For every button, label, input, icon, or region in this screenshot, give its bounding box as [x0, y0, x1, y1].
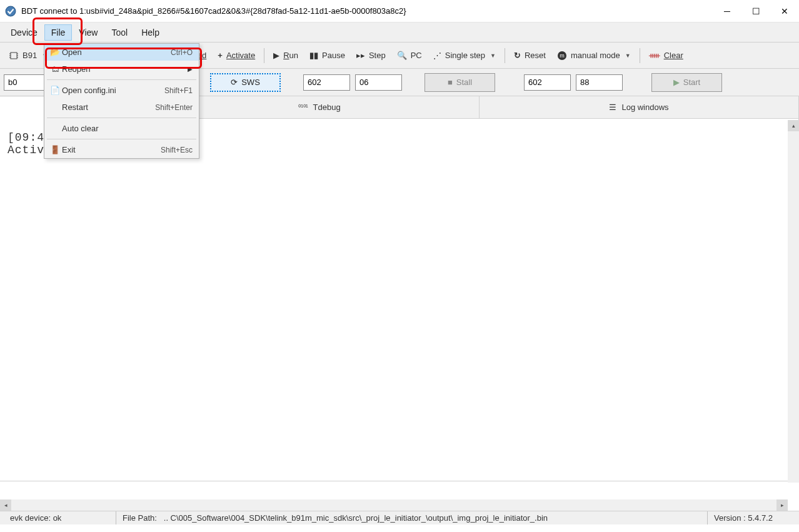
app-icon	[5, 6, 16, 17]
menu-tool[interactable]: Tool	[104, 24, 134, 41]
file-menu-reopen[interactable]: 🗂 Reopen ▶	[44, 61, 199, 78]
submenu-arrow-icon: ▶	[188, 66, 193, 73]
status-filepath: File Path: .. C\005_Software\004_SDK\tel…	[116, 511, 708, 524]
file-dropdown-menu: 📂 Open Ctrl+O 🗂 Reopen ▶ 📄 Open config.i…	[44, 43, 199, 159]
exit-icon: 🚪	[48, 145, 62, 154]
step-icon: ▸▸	[356, 51, 365, 60]
reopen-icon: 🗂	[48, 64, 62, 74]
addr-input-5[interactable]	[303, 74, 350, 91]
menubar: Device File View Tool Help	[0, 23, 799, 43]
single-step-button[interactable]: ⋰ Single step▼	[428, 48, 501, 63]
maximize-button[interactable]: ☐	[741, 0, 770, 23]
clear-icon: ᚔ	[649, 51, 660, 60]
window-title: BDT connect to 1:usb#vid_248a&pid_8266#5…	[21, 6, 794, 16]
menu-file[interactable]: File	[44, 24, 73, 41]
menu-help[interactable]: Help	[134, 24, 166, 41]
tab-log-windows[interactable]: ☰ Log windows	[480, 96, 799, 118]
mode-icon: m	[557, 51, 567, 61]
chip-label: B91	[23, 51, 37, 60]
step-button[interactable]: ▸▸ Step	[351, 48, 391, 63]
file-menu-restart[interactable]: Restart Shift+Enter	[44, 99, 199, 116]
file-menu-exit[interactable]: 🚪 Exit Shift+Esc	[44, 141, 199, 158]
dots-icon: ⋰	[433, 51, 441, 60]
chip-icon	[9, 51, 19, 61]
config-icon: 📄	[48, 86, 62, 95]
reset-icon: ↻	[514, 51, 521, 60]
file-menu-open-config[interactable]: 📄 Open config.ini Shift+F1	[44, 82, 199, 99]
file-menu-open[interactable]: 📂 Open Ctrl+O	[44, 44, 199, 61]
sws-button[interactable]: ⟳ SWS	[210, 73, 281, 92]
file-menu-auto-clear[interactable]: Auto clear	[44, 120, 199, 137]
scroll-left-button[interactable]: ◂	[0, 499, 11, 511]
reset-button[interactable]: ↻ Reset	[509, 48, 551, 63]
start-button[interactable]: ▶ Start	[651, 73, 722, 92]
stop-icon: ■	[448, 78, 453, 87]
addr-input-7[interactable]	[524, 74, 571, 91]
list-icon: ☰	[609, 103, 616, 112]
activate-button[interactable]: + Activate	[213, 48, 260, 63]
plus-icon: +	[218, 51, 223, 60]
vertical-scrollbar[interactable]: ▴	[788, 120, 799, 483]
tab-tdebug[interactable]: ⁰¹⁰¹ Tdebug	[160, 96, 480, 118]
scroll-up-button[interactable]: ▴	[788, 120, 799, 131]
run-button[interactable]: ▶ Run	[268, 48, 303, 63]
minimize-button[interactable]: ─	[713, 0, 741, 23]
menu-device[interactable]: Device	[4, 24, 44, 41]
status-version: Version : 5.4.7.2	[708, 511, 795, 524]
mode-selector[interactable]: m manual mode▼	[552, 48, 636, 63]
svg-rect-1	[11, 53, 17, 59]
refresh-icon: ⟳	[231, 78, 238, 87]
scroll-right-button[interactable]: ▸	[776, 499, 788, 511]
pause-button[interactable]: ▮▮ Pause	[304, 48, 350, 63]
svg-point-0	[6, 6, 16, 16]
play-icon: ▶	[273, 51, 279, 60]
addr-input-6[interactable]	[355, 74, 402, 91]
horizontal-scrollbar[interactable]: ◂ ▸	[0, 499, 788, 511]
play-icon: ▶	[673, 78, 680, 87]
pause-icon: ▮▮	[309, 51, 318, 60]
svg-text:m: m	[560, 53, 565, 59]
binary-icon: ⁰¹⁰¹	[298, 103, 308, 111]
stall-button[interactable]: ■ Stall	[425, 73, 495, 92]
addr-input-8[interactable]	[576, 74, 623, 91]
statusbar: evk device: ok File Path: .. C\005_Softw…	[0, 511, 799, 524]
pc-button[interactable]: 🔍 PC	[392, 48, 427, 63]
folder-open-icon: 📂	[48, 48, 62, 57]
search-icon: 🔍	[397, 51, 407, 60]
content-pane: [09:44:14]: Activate OK!	[0, 119, 799, 481]
status-device: evk device: ok	[4, 511, 116, 524]
close-button[interactable]: ✕	[770, 0, 799, 23]
titlebar: BDT connect to 1:usb#vid_248a&pid_8266#5…	[0, 0, 799, 23]
clear-button[interactable]: ᚔ Clear	[644, 48, 688, 63]
menu-view[interactable]: View	[72, 24, 104, 41]
